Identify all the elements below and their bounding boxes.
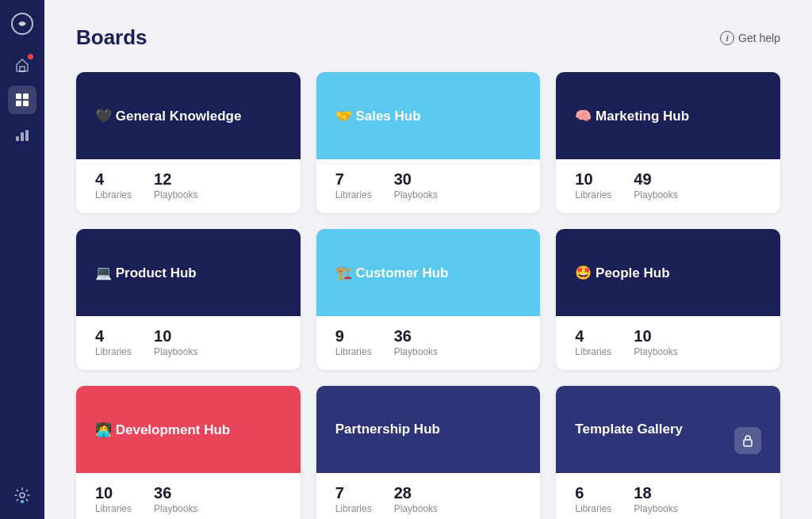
board-card-top-partnership-hub: Partnership Hub <box>316 386 541 473</box>
libraries-label: Libraries <box>335 189 372 200</box>
board-card-marketing-hub[interactable]: 🧠 Marketing Hub10 Libraries49 Playbooks <box>556 72 780 213</box>
svg-rect-11 <box>744 440 752 446</box>
svg-rect-1 <box>20 67 25 71</box>
playbooks-label: Playbooks <box>634 503 677 514</box>
grid-icon <box>14 92 30 108</box>
board-card-bottom-sales-hub: 7 Libraries30 Playbooks <box>316 159 541 213</box>
board-card-top-general-knowledge: 🖤 General Knowledge <box>76 72 301 159</box>
board-card-general-knowledge[interactable]: 🖤 General Knowledge4 Libraries12 Playboo… <box>76 72 301 213</box>
help-icon: i <box>720 31 734 45</box>
board-card-title-product-hub: 💻 Product Hub <box>95 265 197 281</box>
board-card-bottom-product-hub: 4 Libraries10 Playbooks <box>76 316 301 370</box>
playbooks-count: 10 <box>634 327 677 345</box>
board-card-title-customer-hub: 🏗️ Customer Hub <box>335 265 449 281</box>
playbooks-count: 10 <box>154 327 197 345</box>
playbooks-stat-product-hub: 10 Playbooks <box>154 327 197 357</box>
svg-rect-2 <box>16 93 21 99</box>
main-content: Boards i Get help 🖤 General Knowledge4 L… <box>44 0 812 519</box>
svg-point-10 <box>21 500 24 503</box>
libraries-label: Libraries <box>95 346 132 357</box>
playbooks-label: Playbooks <box>394 503 438 514</box>
board-card-development-hub[interactable]: 👩‍💻 Development Hub10 Libraries36 Playbo… <box>76 386 301 519</box>
lock-icon <box>741 434 754 447</box>
board-card-bottom-marketing-hub: 10 Libraries49 Playbooks <box>556 159 780 213</box>
get-help-button[interactable]: i Get help <box>720 31 780 45</box>
libraries-stat-general-knowledge: 4 Libraries <box>95 170 132 200</box>
sidebar-item-home[interactable] <box>8 51 36 79</box>
svg-rect-4 <box>16 101 21 106</box>
libraries-count: 4 <box>575 327 611 345</box>
board-card-template-gallery[interactable]: Template Gallery 6 Libraries18 Playbooks <box>556 386 780 519</box>
sidebar-item-boards[interactable] <box>8 86 36 114</box>
board-card-bottom-general-knowledge: 4 Libraries12 Playbooks <box>76 159 301 213</box>
bar-chart-icon <box>14 127 30 143</box>
libraries-label: Libraries <box>335 346 372 357</box>
libraries-count: 10 <box>95 484 132 502</box>
board-card-customer-hub[interactable]: 🏗️ Customer Hub9 Libraries36 Playbooks <box>316 229 541 370</box>
settings-icon <box>13 487 31 504</box>
playbooks-label: Playbooks <box>154 189 197 200</box>
libraries-count: 9 <box>335 327 372 345</box>
board-card-title-general-knowledge: 🖤 General Knowledge <box>95 108 241 124</box>
svg-point-9 <box>20 493 25 498</box>
sidebar <box>0 0 44 519</box>
board-card-product-hub[interactable]: 💻 Product Hub4 Libraries10 Playbooks <box>76 229 301 370</box>
board-card-top-customer-hub: 🏗️ Customer Hub <box>316 229 541 316</box>
lock-badge <box>734 427 761 454</box>
board-card-bottom-people-hub: 4 Libraries10 Playbooks <box>556 316 780 370</box>
board-card-top-people-hub: 🤩 People Hub <box>556 229 780 316</box>
board-card-title-people-hub: 🤩 People Hub <box>575 265 669 281</box>
notification-dot <box>28 54 33 59</box>
board-card-top-product-hub: 💻 Product Hub <box>76 229 301 316</box>
svg-rect-7 <box>21 132 24 141</box>
board-card-partnership-hub[interactable]: Partnership Hub7 Libraries28 Playbooks <box>316 386 541 519</box>
sidebar-item-analytics[interactable] <box>8 120 36 149</box>
board-card-title-sales-hub: 🤝 Sales Hub <box>335 108 421 124</box>
svg-rect-5 <box>23 101 29 106</box>
playbooks-count: 12 <box>154 170 197 189</box>
libraries-stat-template-gallery: 6 Libraries <box>575 484 611 514</box>
svg-rect-3 <box>23 93 29 99</box>
board-card-bottom-partnership-hub: 7 Libraries28 Playbooks <box>316 473 541 519</box>
logo <box>8 10 36 38</box>
page-header: Boards i Get help <box>76 25 780 50</box>
playbooks-label: Playbooks <box>154 346 197 357</box>
libraries-stat-marketing-hub: 10 Libraries <box>575 170 611 200</box>
get-help-label: Get help <box>738 32 780 44</box>
libraries-stat-sales-hub: 7 Libraries <box>335 170 372 200</box>
home-icon <box>14 57 30 73</box>
playbooks-stat-general-knowledge: 12 Playbooks <box>154 170 197 200</box>
playbooks-stat-people-hub: 10 Playbooks <box>634 327 677 357</box>
playbooks-stat-marketing-hub: 49 Playbooks <box>634 170 677 200</box>
board-card-bottom-customer-hub: 9 Libraries36 Playbooks <box>316 316 541 370</box>
playbooks-label: Playbooks <box>634 346 677 357</box>
libraries-stat-partnership-hub: 7 Libraries <box>335 484 372 514</box>
libraries-label: Libraries <box>95 503 132 514</box>
libraries-label: Libraries <box>575 189 611 200</box>
libraries-count: 4 <box>95 170 132 189</box>
sidebar-item-settings[interactable] <box>8 481 36 509</box>
playbooks-stat-development-hub: 36 Playbooks <box>154 484 197 514</box>
playbooks-label: Playbooks <box>634 189 677 200</box>
board-card-title-development-hub: 👩‍💻 Development Hub <box>95 422 230 438</box>
libraries-stat-customer-hub: 9 Libraries <box>335 327 372 357</box>
board-card-people-hub[interactable]: 🤩 People Hub4 Libraries10 Playbooks <box>556 229 780 370</box>
libraries-count: 7 <box>335 170 372 189</box>
libraries-count: 6 <box>575 484 611 502</box>
board-card-title-template-gallery: Template Gallery <box>575 422 683 437</box>
libraries-count: 7 <box>335 484 372 502</box>
svg-rect-8 <box>25 130 29 141</box>
board-card-title-marketing-hub: 🧠 Marketing Hub <box>575 108 689 124</box>
board-card-top-development-hub: 👩‍💻 Development Hub <box>76 386 301 473</box>
board-card-top-marketing-hub: 🧠 Marketing Hub <box>556 72 780 159</box>
board-card-bottom-template-gallery: 6 Libraries18 Playbooks <box>556 473 780 519</box>
libraries-stat-development-hub: 10 Libraries <box>95 484 132 514</box>
playbooks-count: 28 <box>394 484 438 502</box>
board-card-sales-hub[interactable]: 🤝 Sales Hub7 Libraries30 Playbooks <box>316 72 541 213</box>
playbooks-count: 49 <box>634 170 677 189</box>
playbooks-count: 36 <box>394 327 438 345</box>
playbooks-count: 18 <box>634 484 677 502</box>
board-card-top-sales-hub: 🤝 Sales Hub <box>316 72 541 159</box>
logo-icon <box>11 13 33 35</box>
libraries-stat-product-hub: 4 Libraries <box>95 327 132 357</box>
